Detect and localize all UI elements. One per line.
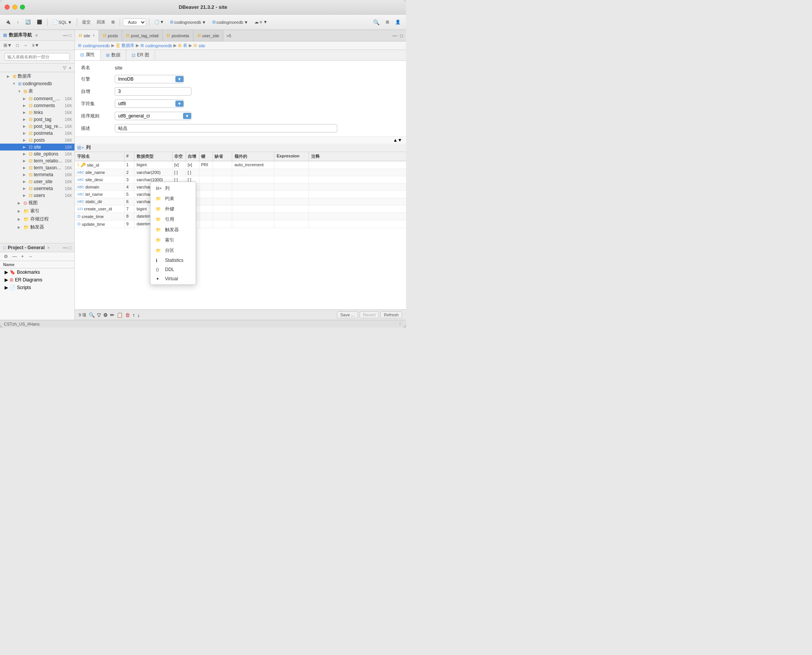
bc-table[interactable]: 表 bbox=[183, 43, 187, 48]
auto-inc-input[interactable] bbox=[115, 87, 191, 96]
charset-dropdown-arrow[interactable]: ▼ bbox=[175, 101, 183, 107]
status-prev-btn[interactable]: ↑ bbox=[132, 312, 135, 318]
tree-comment_meta[interactable]: ▶ ⊟ comment_meta 16K bbox=[0, 95, 74, 102]
submit-btn[interactable]: 提交 bbox=[80, 18, 93, 26]
engine-select[interactable]: InnoDB bbox=[115, 75, 184, 83]
tree-indexes[interactable]: ▶ 📁 索引 bbox=[0, 207, 74, 215]
auto-dropdown[interactable]: Auto bbox=[123, 18, 146, 26]
status-next-btn[interactable]: ↓ bbox=[137, 312, 140, 318]
tab-restore-btn[interactable]: — bbox=[392, 32, 398, 39]
tree-site_options[interactable]: ▶ ⊟ site_options 16K bbox=[0, 151, 74, 157]
tab-site[interactable]: ⊟ site × bbox=[75, 30, 99, 41]
tree-usermeta[interactable]: ▶ ⊟ usermeta 16K bbox=[0, 185, 74, 192]
cm-triggers[interactable]: 📁 触发器 bbox=[150, 225, 196, 235]
nav-btn[interactable]: ☁ ≡ ▼ bbox=[252, 18, 270, 26]
tree-postmeta[interactable]: ▶ ⊟ postmeta 16K bbox=[0, 130, 74, 137]
status-edit-btn[interactable]: ✏ bbox=[110, 312, 114, 318]
maximize-button[interactable] bbox=[20, 5, 25, 10]
project-settings-btn[interactable]: ⚙ bbox=[2, 253, 10, 260]
search-btn[interactable]: 🔍 bbox=[371, 18, 382, 27]
status-search-btn[interactable]: 🔍 bbox=[89, 312, 95, 318]
cm-constraints[interactable]: 📁 约束 bbox=[150, 194, 196, 204]
tree-post_tag[interactable]: ▶ ⊟ post_tag 16K bbox=[0, 116, 74, 123]
charset-select[interactable]: utf8 bbox=[115, 99, 184, 108]
tree-triggers[interactable]: ▶ 📁 触发器 bbox=[0, 223, 74, 231]
tree-termmeta[interactable]: ▶ ⊟ termmeta 16K bbox=[0, 171, 74, 178]
stop-btn[interactable]: ⬛ bbox=[35, 18, 45, 26]
db-selector[interactable]: ⊞ codingmoredb ▼ bbox=[168, 18, 208, 26]
bc-codingmoredb2[interactable]: codingmoredb bbox=[145, 43, 172, 48]
new-conn-btn[interactable]: ⊞▼ bbox=[2, 42, 13, 49]
status-settings-btn[interactable]: ⚙ bbox=[103, 312, 108, 318]
grid-btn[interactable]: ⊞ bbox=[383, 18, 391, 26]
sort-asc-btn[interactable]: ▲ bbox=[393, 137, 398, 143]
tree-user_site[interactable]: ▶ ⊟ user_site 16K bbox=[0, 178, 74, 185]
tree-posts[interactable]: ▶ ⊟ posts 16K bbox=[0, 137, 74, 144]
db-selector2[interactable]: ⊞ codingmoredb ▼ bbox=[210, 18, 251, 26]
project-add-btn[interactable]: + bbox=[20, 253, 25, 260]
bc-site[interactable]: site bbox=[198, 43, 205, 48]
status-delete-btn[interactable]: 🗑 bbox=[125, 312, 130, 318]
plugin-btn[interactable]: 🔌 bbox=[3, 18, 13, 26]
refresh-btn[interactable]: Refresh bbox=[380, 311, 402, 318]
nav-pin[interactable]: × bbox=[35, 33, 38, 38]
cm-fk[interactable]: 📁 外键 bbox=[150, 204, 196, 214]
cm-statistics[interactable]: ℹ Statistics bbox=[150, 256, 196, 265]
col-row-create_time[interactable]: ⊙ create_time 8 datetime [ ] [ ] bbox=[75, 213, 406, 220]
engine-dropdown-arrow[interactable]: ▼ bbox=[175, 76, 183, 82]
table-search-input[interactable] bbox=[5, 53, 70, 61]
collation-dropdown-arrow[interactable]: ▼ bbox=[183, 113, 191, 119]
tree-links[interactable]: ▶ ⊟ links 16K bbox=[0, 109, 74, 116]
col-row-static_dir[interactable]: ABC static_dir 6 varchar(200) [ ] [ ] bbox=[75, 198, 406, 205]
project-collapse-btn[interactable]: — bbox=[11, 253, 18, 260]
filter-icon-btn[interactable]: ▽ bbox=[61, 65, 68, 71]
status-copy-btn[interactable]: 📋 bbox=[117, 312, 123, 318]
tree-codingmoredb[interactable]: ▼ ⊞ codingmoredb bbox=[0, 80, 74, 87]
sub-tab-properties[interactable]: ⊟ 属性 bbox=[75, 50, 101, 60]
navigate-btn[interactable]: ↑ bbox=[15, 19, 21, 26]
sql-btn[interactable]: 📄 SQL ▼ bbox=[50, 18, 74, 26]
project-scripts[interactable]: ▶ 📄 Scripts bbox=[0, 284, 74, 291]
user-btn[interactable]: 👤 bbox=[393, 18, 403, 26]
bc-database[interactable]: 数据库 bbox=[122, 43, 134, 48]
tab-post_tag_relati[interactable]: ⊟ post_tag_relati bbox=[122, 30, 163, 41]
col-row-update_time[interactable]: ⊙ update_time 9 datetime [ ] [ ] bbox=[75, 220, 406, 228]
col-row-create_user_id[interactable]: 123 create_user_id 7 bigint [ ] [ ] bbox=[75, 205, 406, 213]
col-row-domain[interactable]: ABC domain 4 varchar(200) [ ] [ ] bbox=[75, 184, 406, 191]
tab-overflow[interactable]: »5 bbox=[223, 30, 234, 41]
collapse-btn[interactable]: □ bbox=[15, 42, 20, 49]
tree-term_taxonomy[interactable]: ▶ ⊟ term_taxonomy 16K bbox=[0, 164, 74, 171]
tab-posts[interactable]: ⊟ posts bbox=[99, 30, 122, 41]
tree-users[interactable]: ▶ ⊟ users 16K bbox=[0, 192, 74, 199]
cm-ddl[interactable]: ⟨⟩ DDL bbox=[150, 265, 196, 274]
tree-procedures[interactable]: ▶ 📁 存储过程 bbox=[0, 215, 74, 223]
expand-btn[interactable]: → bbox=[21, 42, 29, 49]
filter-btn[interactable]: ≡▼ bbox=[30, 42, 41, 49]
cm-partition[interactable]: 📁 分区 bbox=[150, 245, 196, 256]
sub-tab-er[interactable]: ⊡ ER 图 bbox=[126, 50, 155, 60]
tab-postmeta[interactable]: ⊟ postmeta bbox=[163, 30, 193, 41]
project-er-diagrams[interactable]: ▶ ⊞ ER Diagrams bbox=[0, 276, 74, 284]
rollback-btn[interactable]: 回滚 bbox=[94, 18, 107, 26]
sub-tab-data[interactable]: ⊞ 数据 bbox=[101, 50, 126, 60]
project-max-btn[interactable]: □ bbox=[69, 245, 71, 250]
tree-databases[interactable]: ▶ ⊞ 数据库 bbox=[0, 72, 74, 80]
collation-select[interactable]: utf8_general_ci bbox=[115, 112, 191, 120]
refresh-btn[interactable]: 🔄 bbox=[23, 18, 33, 26]
col-row-site_desc[interactable]: ABC site_desc 3 varchar(1000) [ ] [ ] bbox=[75, 176, 406, 184]
more-btn[interactable]: ⋮ bbox=[398, 321, 402, 326]
project-nav-btn[interactable]: → bbox=[26, 253, 34, 260]
col-row-tel_name[interactable]: ABC tel_name 5 varchar(200) [ ] [ ] bbox=[75, 191, 406, 198]
maximize-panel-btn[interactable]: □ bbox=[69, 33, 71, 38]
tree-comments[interactable]: ▶ ⊟ comments 16K bbox=[0, 102, 74, 109]
tree-post_tag_relation[interactable]: ▶ ⊟ post_tag_relation 16K bbox=[0, 123, 74, 130]
tree-site[interactable]: ▶ ⊟ site 16K bbox=[0, 144, 74, 151]
conn-icon[interactable]: 🕐▼ bbox=[152, 18, 166, 26]
tree-views[interactable]: ▶ ⊙ 视图 bbox=[0, 199, 74, 207]
status-filter-btn[interactable]: ▽ bbox=[97, 312, 101, 318]
cm-ref[interactable]: 📁 引用 bbox=[150, 214, 196, 225]
tab-maximize-btn[interactable]: □ bbox=[399, 32, 404, 39]
close-button[interactable] bbox=[5, 5, 10, 10]
desc-input[interactable] bbox=[115, 124, 337, 132]
filter-close-btn[interactable]: × bbox=[68, 65, 73, 71]
